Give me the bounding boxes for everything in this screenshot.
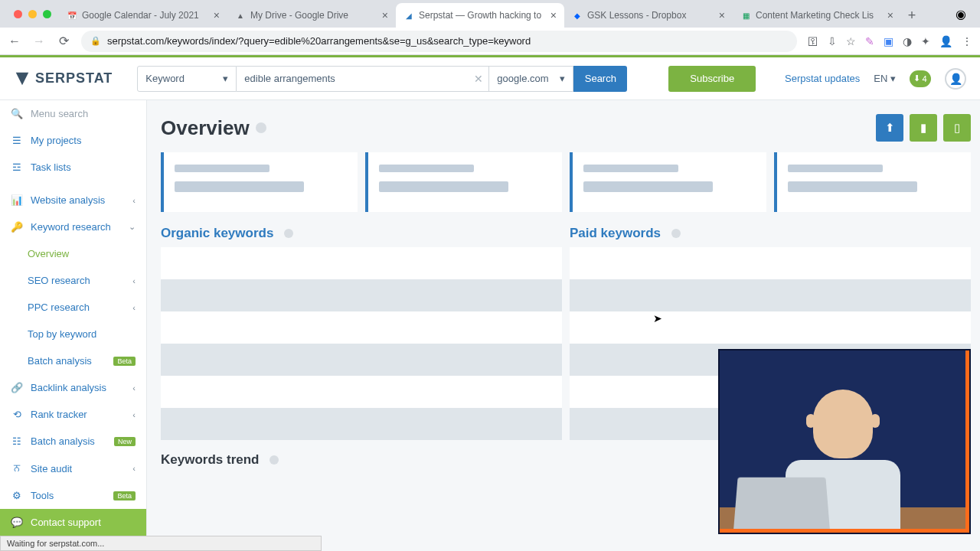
contact-support[interactable]: 💬Contact support [0, 509, 146, 536]
subscribe-button[interactable]: Subscribe [668, 66, 756, 92]
close-icon[interactable]: × [382, 9, 388, 21]
clear-icon[interactable]: ✕ [474, 73, 483, 85]
sidebar-item-tools[interactable]: ⚙ToolsBeta [0, 482, 146, 509]
close-window-icon[interactable] [14, 10, 22, 18]
back-button[interactable]: ← [8, 34, 21, 48]
organic-table [161, 247, 562, 440]
paid-title[interactable]: Paid keywords [570, 226, 971, 241]
select-value: google.com [497, 73, 548, 84]
close-icon[interactable]: × [887, 9, 893, 21]
extensions-icon[interactable]: ✦ [921, 35, 930, 47]
maximize-window-icon[interactable] [43, 10, 51, 18]
close-icon[interactable]: × [719, 9, 725, 21]
key-icon[interactable]: ⚿ [808, 35, 818, 47]
lang-select[interactable]: EN ▾ [874, 73, 896, 84]
tab-title: Serpstat — Growth hacking to [419, 10, 546, 21]
sidebar-item-tasks[interactable]: ☲Task lists [0, 154, 146, 181]
chevron-left-icon: ‹ [132, 383, 136, 393]
download-badge[interactable]: ⬇4 [910, 70, 931, 87]
logo-text: SERPSTAT [35, 70, 113, 86]
ext2-icon[interactable]: ▣ [884, 35, 893, 47]
sidebar-item-website[interactable]: 📊Website analysis‹ [0, 187, 146, 214]
info-icon [671, 229, 681, 238]
new-tab-button[interactable]: + [901, 3, 923, 28]
report2-button[interactable]: ▯ [943, 114, 971, 142]
page-actions: ⬆ ▮ ▯ [876, 114, 971, 142]
sidebar-item-rank[interactable]: ⟲Rank tracker‹ [0, 401, 146, 428]
sidebar-item-seo[interactable]: SEO research‹ [0, 267, 146, 294]
beta-badge: Beta [113, 491, 136, 500]
engine-select[interactable]: google.com▾ [489, 66, 573, 92]
presenter [774, 376, 912, 529]
sidebar-item-batch2[interactable]: ☷Batch analysisNew [0, 428, 146, 455]
gear-icon: ⚙ [11, 490, 23, 501]
tab-title: Content Marketing Check Lis [756, 10, 883, 21]
chevron-left-icon: ‹ [132, 276, 136, 285]
app-header: SERPSTAT Keyword▾ ✕ google.com▾ Search S… [0, 57, 980, 100]
sidebar-item-backlink[interactable]: 🔗Backlink analysis‹ [0, 374, 146, 401]
menu-search[interactable]: 🔍Menu search [0, 100, 146, 127]
minimize-window-icon[interactable] [28, 10, 37, 18]
lock-icon: 🔒 [90, 36, 101, 46]
tab-dropbox[interactable]: ◆GSK Lessons - Dropbox× [564, 3, 733, 28]
ext1-icon[interactable]: ✎ [865, 35, 874, 47]
page-title: Overview [161, 116, 250, 140]
tab-calendar[interactable]: 📅Google Calendar - July 2021× [59, 3, 227, 28]
chevron-down-icon: ▾ [223, 73, 228, 84]
extension-icons: ⚿ ⇩ ☆ ✎ ▣ ◑ ✦ 👤 ⋮ [808, 35, 972, 47]
tab-title: My Drive - Google Drive [250, 10, 377, 21]
tab-title: GSK Lessons - Dropbox [587, 10, 714, 21]
tab-title: Google Calendar - July 2021 [82, 10, 209, 21]
download-icon[interactable]: ⇩ [828, 35, 837, 47]
updates-link[interactable]: Serpstat updates [785, 73, 860, 84]
report1-button[interactable]: ▮ [910, 114, 937, 142]
search-type-select[interactable]: Keyword▾ [137, 66, 237, 92]
stack-icon: ☷ [11, 435, 23, 447]
info-icon [270, 455, 279, 465]
tab-sheets[interactable]: ▦Content Marketing Check Lis× [733, 3, 901, 28]
search-icon: 🔍 [11, 108, 23, 119]
window-controls [6, 10, 59, 18]
search-button[interactable]: Search [573, 66, 627, 92]
sidebar-item-audit[interactable]: ਨSite audit‹ [0, 455, 146, 482]
user-avatar[interactable]: 👤 [945, 68, 966, 90]
logo[interactable]: SERPSTAT [14, 70, 113, 87]
query-input[interactable] [237, 66, 489, 92]
tab-drive[interactable]: ▲My Drive - Google Drive× [227, 3, 396, 28]
chevron-left-icon: ‹ [132, 410, 136, 419]
metric-card [365, 152, 562, 212]
export-button[interactable]: ⬆ [876, 114, 903, 142]
tab-serpstat[interactable]: ◢Serpstat — Growth hacking to× [396, 3, 564, 28]
menu-icon[interactable]: ⋮ [962, 35, 972, 47]
calendar-icon: 📅 [67, 10, 77, 21]
metric-card [161, 152, 358, 212]
new-badge: New [114, 437, 136, 446]
chevron-left-icon: ‹ [132, 464, 136, 473]
reload-button[interactable]: ⟳ [57, 34, 70, 48]
sidebar-item-projects[interactable]: ☰My projects [0, 127, 146, 154]
sidebar-item-ppc[interactable]: PPC research‹ [0, 294, 146, 321]
sidebar-item-top[interactable]: Top by keyword [0, 321, 146, 347]
drive-icon: ▲ [235, 10, 246, 21]
profile-icon[interactable]: ◉ [948, 7, 974, 21]
select-value: Keyword [145, 73, 185, 84]
chevron-down-icon: ⌄ [129, 222, 136, 232]
sidebar-item-keyword[interactable]: 🔑Keyword research⌄ [0, 214, 146, 240]
metric-cards [161, 152, 971, 212]
url-text: serpstat.com/keywords/index/?query=edibl… [107, 35, 531, 47]
ext3-icon[interactable]: ◑ [903, 35, 912, 47]
url-input[interactable]: 🔒 serpstat.com/keywords/index/?query=edi… [81, 31, 797, 52]
chevron-left-icon: ‹ [132, 196, 136, 205]
close-icon[interactable]: × [214, 9, 220, 21]
star-icon[interactable]: ☆ [846, 35, 856, 47]
sidebar-item-overview[interactable]: Overview [0, 240, 146, 267]
avatar-icon[interactable]: 👤 [939, 35, 952, 47]
sidebar-item-batch1[interactable]: Batch analysisBeta [0, 347, 146, 374]
chart-icon: 📊 [11, 194, 23, 206]
beta-badge: Beta [113, 357, 136, 366]
logo-icon [14, 70, 31, 87]
info-icon[interactable] [256, 122, 266, 133]
organic-title[interactable]: Organic keywords [161, 226, 562, 241]
close-icon[interactable]: × [550, 9, 557, 21]
forward-button[interactable]: → [32, 34, 46, 48]
